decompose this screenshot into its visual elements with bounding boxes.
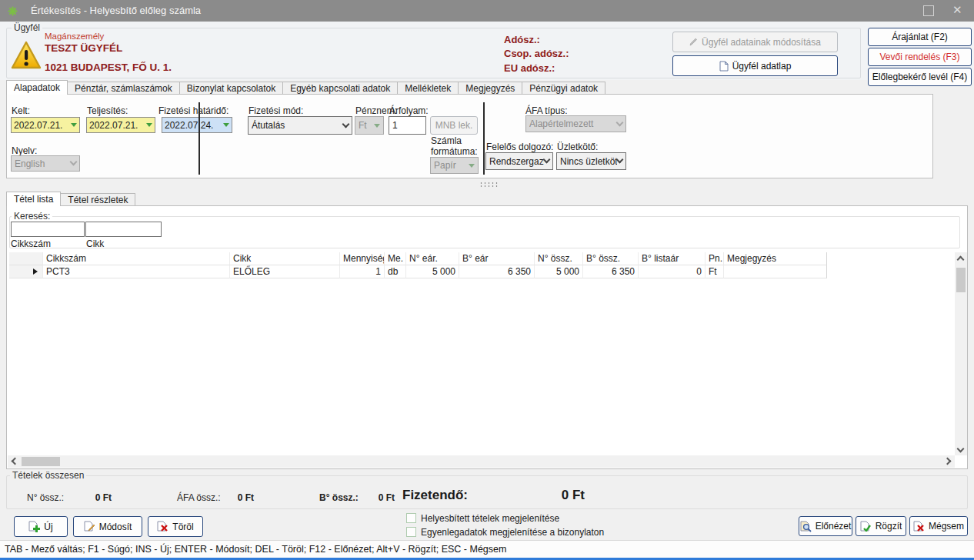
col-me[interactable]: Me. [385,252,406,265]
save-label: Rögzít [876,521,902,532]
preview-icon [800,521,812,532]
col-b-listaar[interactable]: B° listaár [639,252,705,265]
net-total-label: N° össz.: [27,492,64,503]
table-row[interactable]: PCT3 ELŐLEG 1 db 5 000 6 350 5 000 6 350… [9,265,827,278]
scroll-up-icon[interactable] [957,256,965,264]
document-icon [719,61,729,72]
chevron-down-icon[interactable] [342,120,350,128]
payable-label: Fizetendő: [402,488,468,503]
horizontal-scroll-thumb[interactable] [22,457,60,466]
scroll-right-icon[interactable] [944,458,952,465]
items-table: Cikkszám Cikk Mennyiség Me. N° eár. B° e… [9,252,827,278]
vertical-scroll-thumb[interactable] [956,268,966,292]
modify-customer-label: Ügyfél adatainak módosítása [702,37,821,48]
preview-button[interactable]: Előnézet [799,516,852,536]
new-item-button[interactable]: Új [14,516,68,537]
nyelv-label: Nyelv: [12,145,37,156]
row-indicator-cell [9,265,43,278]
col-b-ear[interactable]: B° eár [459,252,535,265]
save-button[interactable]: Rögzít [856,516,906,536]
chevron-down-icon[interactable] [71,123,77,127]
customer-panel: Ügyfél Magánszemély TESZT ÜGYFÉL 1021 BU… [0,22,974,80]
customer-name: TESZT ÜGYFÉL [45,42,122,54]
arajanlat-button[interactable]: Árajánlat (F2) [868,28,972,46]
close-icon[interactable]: ✕ [952,3,962,17]
mnb-label: MNB lek. [435,120,473,131]
tab-mellekletek[interactable]: Mellékletek [397,82,459,95]
customer-type-label: Magánszemély [45,32,104,41]
felelos-combo[interactable]: Rendszergazda Ge [485,152,553,170]
maximize-icon[interactable] [923,5,934,16]
tab-bizonylat-kapcsolatok[interactable]: Bizonylat kapcsolatok [179,82,283,95]
chevron-down-icon[interactable] [223,123,229,127]
tab-penztar-szamlaszamok[interactable]: Pénztár, számlaszámok [67,82,180,95]
cell-b-listaar: 0 [639,265,705,278]
tab-penzugyi-adatok[interactable]: Pénzügyi adatok [522,82,605,95]
search-cikkszam-input[interactable] [11,222,85,237]
item-tab-strip: Tétel lista Tétel részletek [6,192,135,206]
customer-group-label: Ügyfél [12,22,42,33]
tab-megjegyzes[interactable]: Megjegyzés [458,82,522,95]
cell-pn: Ft [705,265,724,278]
hatarido-datefield[interactable]: 2022.07.24. [162,117,232,133]
scroll-left-icon[interactable] [12,458,19,465]
uzletkoto-combo[interactable]: Nincs üzletkötő [556,152,626,170]
edit-icon [84,521,95,532]
delete-item-button[interactable]: Töröl [148,516,203,537]
modify-customer-button[interactable]: Ügyfél adatainak módosítása [672,32,838,52]
vevoi-rendeles-label: Vevői rendelés (F3) [879,52,959,62]
fizetesi-mod-combo[interactable]: Átutalás [248,116,352,135]
arfolyam-input[interactable]: 1 [389,116,426,135]
customer-address: 1021 BUDAPEST, FŐ U. 1. [45,62,172,73]
hatarido-label: Fizetési határidő: [158,105,228,116]
col-mennyiseg[interactable]: Mennyiség [340,252,385,265]
penznem-combo[interactable]: Ft [355,116,384,135]
splitter-grip[interactable] [479,182,498,187]
tab-tetel-reszletek[interactable]: Tétel részletek [60,193,135,206]
window-title: Értékesítés - Helyesbítő előleg számla [31,5,201,16]
payable-value: 0 Ft [539,488,585,503]
cancel-button[interactable]: Mégsem [909,516,968,536]
scroll-down-icon[interactable] [957,445,965,453]
uzletkoto-label: Üzletkötő: [557,142,598,152]
helyesbitett-checkbox[interactable] [406,513,416,523]
teljesites-datefield[interactable]: 2022.07.21. [86,117,155,133]
teljesites-label: Teljesítés: [87,105,128,116]
totals-groupbox: Tételek összesen [6,475,968,509]
col-megjegyzes[interactable]: Megjegyzés [724,252,827,265]
col-indicator[interactable] [9,252,43,265]
chevron-down-icon[interactable] [616,156,624,164]
col-n-ossz[interactable]: N° össz. [535,252,583,265]
cell-cikk: ELŐLEG [230,265,340,278]
tab-alapadatok[interactable]: Alapadatok [6,80,68,95]
customer-datasheet-button[interactable]: Ügyfél adatlap [672,55,838,76]
search-cikk-input[interactable] [85,222,162,237]
cell-cikkszam: PCT3 [43,265,230,278]
edit-item-button[interactable]: Módosít [73,516,142,537]
nyelv-combo[interactable]: English [11,155,80,172]
teljesites-value: 2022.07.21. [89,120,146,131]
kelt-value: 2022.07.21. [14,120,71,131]
vertical-scrollbar[interactable] [955,252,967,455]
col-n-ear[interactable]: N° eár. [406,252,459,265]
form-divider [198,102,200,175]
preview-label: Előnézet [816,521,852,532]
egyenleg-checkbox[interactable] [406,527,416,537]
arajanlat-label: Árajánlat (F2) [892,32,948,42]
chevron-down-icon[interactable] [543,156,551,164]
mnb-button[interactable]: MNB lek. [430,116,478,135]
vevoi-rendeles-button[interactable]: Vevői rendelés (F3) [868,48,972,66]
col-pn[interactable]: Pn. [705,252,724,265]
tab-tetel-lista[interactable]: Tétel lista [6,192,61,206]
szamla-formatum-combo[interactable]: Papír [430,157,479,174]
afa-tipus-combo[interactable]: Alapértelmezett [525,115,626,132]
elolegbekero-button[interactable]: Előlegbekérő levél (F4) [868,68,972,86]
col-cikkszam[interactable]: Cikkszám [43,252,230,265]
col-cikk[interactable]: Cikk [230,252,340,265]
col-b-ossz[interactable]: B° össz. [583,252,639,265]
warning-icon [10,40,42,71]
tab-egyeb-kapcsolati-adatok[interactable]: Egyéb kapcsolati adatok [282,82,398,95]
kelt-datefield[interactable]: 2022.07.21. [11,117,80,133]
horizontal-scrollbar[interactable] [8,455,955,468]
chevron-down-icon[interactable] [146,123,152,127]
